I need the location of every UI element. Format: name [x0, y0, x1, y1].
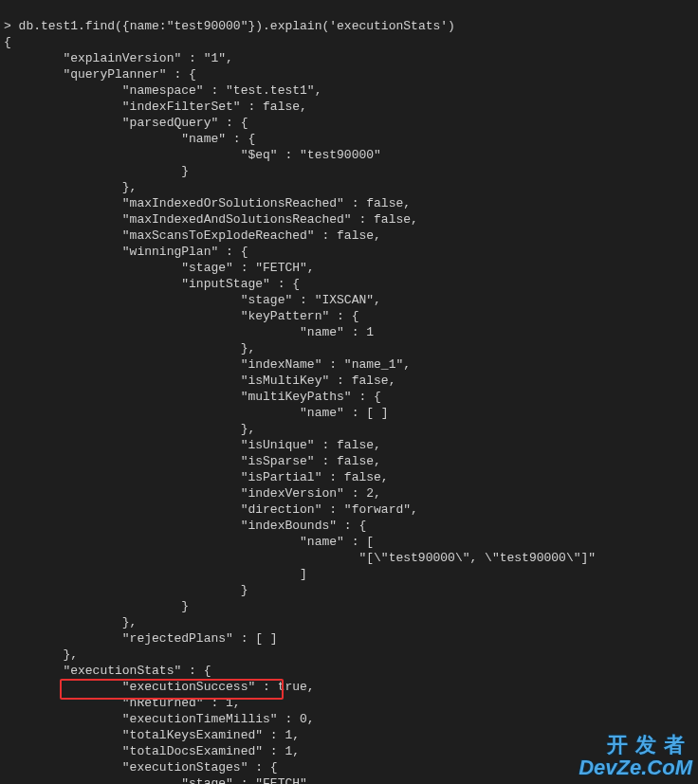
terminal-output[interactable]: > db.test1.find({name:"test90000"}).expl…: [0, 0, 698, 784]
shell-prompt: >: [4, 19, 19, 33]
output-block: { "explainVersion" : "1", "queryPlanner"…: [4, 34, 694, 784]
command-line: db.test1.find({name:"test90000"}).explai…: [19, 19, 455, 33]
